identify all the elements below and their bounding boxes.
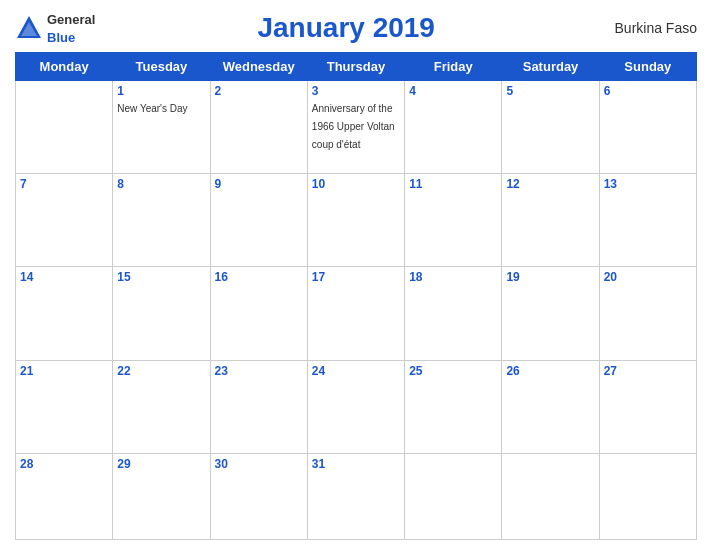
calendar-header: General Blue January 2019 Burkina Faso <box>15 10 697 46</box>
col-wednesday: Wednesday <box>210 53 307 81</box>
logo: General Blue <box>15 10 95 46</box>
calendar-cell: 17 <box>307 267 404 360</box>
day-number: 25 <box>409 364 497 378</box>
col-sunday: Sunday <box>599 53 696 81</box>
day-number: 6 <box>604 84 692 98</box>
day-number: 4 <box>409 84 497 98</box>
col-thursday: Thursday <box>307 53 404 81</box>
week-row-1: 1New Year's Day23Anniversary of the 1966… <box>16 81 697 174</box>
day-number: 28 <box>20 457 108 471</box>
calendar-cell: 30 <box>210 453 307 539</box>
calendar-cell <box>599 453 696 539</box>
day-number: 19 <box>506 270 594 284</box>
day-number: 9 <box>215 177 303 191</box>
day-number: 12 <box>506 177 594 191</box>
col-friday: Friday <box>405 53 502 81</box>
day-number: 29 <box>117 457 205 471</box>
logo-general-text: General <box>47 12 95 27</box>
day-number: 21 <box>20 364 108 378</box>
calendar-cell: 4 <box>405 81 502 174</box>
calendar-cell: 20 <box>599 267 696 360</box>
calendar-cell: 23 <box>210 360 307 453</box>
day-number: 14 <box>20 270 108 284</box>
day-number: 23 <box>215 364 303 378</box>
calendar-cell: 18 <box>405 267 502 360</box>
day-number: 5 <box>506 84 594 98</box>
calendar-cell: 22 <box>113 360 210 453</box>
calendar-cell: 7 <box>16 174 113 267</box>
day-number: 26 <box>506 364 594 378</box>
day-number: 24 <box>312 364 400 378</box>
logo-icon <box>15 14 43 42</box>
calendar-cell: 16 <box>210 267 307 360</box>
day-number: 13 <box>604 177 692 191</box>
calendar-table: Monday Tuesday Wednesday Thursday Friday… <box>15 52 697 540</box>
day-number: 18 <box>409 270 497 284</box>
day-number: 27 <box>604 364 692 378</box>
logo-blue-text: Blue <box>47 30 75 45</box>
week-row-5: 28293031 <box>16 453 697 539</box>
day-number: 16 <box>215 270 303 284</box>
calendar-cell: 27 <box>599 360 696 453</box>
calendar-cell: 6 <box>599 81 696 174</box>
week-row-2: 78910111213 <box>16 174 697 267</box>
calendar-cell: 3Anniversary of the 1966 Upper Voltan co… <box>307 81 404 174</box>
day-number: 8 <box>117 177 205 191</box>
calendar-cell: 19 <box>502 267 599 360</box>
day-number: 30 <box>215 457 303 471</box>
day-number: 7 <box>20 177 108 191</box>
event-label: Anniversary of the 1966 Upper Voltan cou… <box>312 103 395 150</box>
calendar-cell: 21 <box>16 360 113 453</box>
day-number: 31 <box>312 457 400 471</box>
week-row-4: 21222324252627 <box>16 360 697 453</box>
day-number: 1 <box>117 84 205 98</box>
calendar-cell: 1New Year's Day <box>113 81 210 174</box>
calendar-cell: 5 <box>502 81 599 174</box>
day-number: 20 <box>604 270 692 284</box>
day-number: 22 <box>117 364 205 378</box>
calendar-cell: 8 <box>113 174 210 267</box>
col-monday: Monday <box>16 53 113 81</box>
calendar-cell <box>502 453 599 539</box>
calendar-cell <box>405 453 502 539</box>
calendar-cell: 13 <box>599 174 696 267</box>
event-label: New Year's Day <box>117 103 187 114</box>
calendar-cell: 14 <box>16 267 113 360</box>
col-saturday: Saturday <box>502 53 599 81</box>
weekday-header-row: Monday Tuesday Wednesday Thursday Friday… <box>16 53 697 81</box>
calendar-cell <box>16 81 113 174</box>
country-label: Burkina Faso <box>597 20 697 36</box>
day-number: 15 <box>117 270 205 284</box>
calendar-cell: 11 <box>405 174 502 267</box>
calendar-cell: 28 <box>16 453 113 539</box>
calendar-cell: 9 <box>210 174 307 267</box>
day-number: 2 <box>215 84 303 98</box>
calendar-cell: 24 <box>307 360 404 453</box>
calendar-cell: 15 <box>113 267 210 360</box>
col-tuesday: Tuesday <box>113 53 210 81</box>
day-number: 11 <box>409 177 497 191</box>
week-row-3: 14151617181920 <box>16 267 697 360</box>
calendar-cell: 31 <box>307 453 404 539</box>
day-number: 3 <box>312 84 400 98</box>
calendar-cell: 2 <box>210 81 307 174</box>
calendar-cell: 12 <box>502 174 599 267</box>
day-number: 17 <box>312 270 400 284</box>
month-title: January 2019 <box>95 12 597 44</box>
day-number: 10 <box>312 177 400 191</box>
calendar-cell: 25 <box>405 360 502 453</box>
calendar-cell: 10 <box>307 174 404 267</box>
calendar-cell: 26 <box>502 360 599 453</box>
calendar-cell: 29 <box>113 453 210 539</box>
calendar-page: General Blue January 2019 Burkina Faso M… <box>0 0 712 550</box>
